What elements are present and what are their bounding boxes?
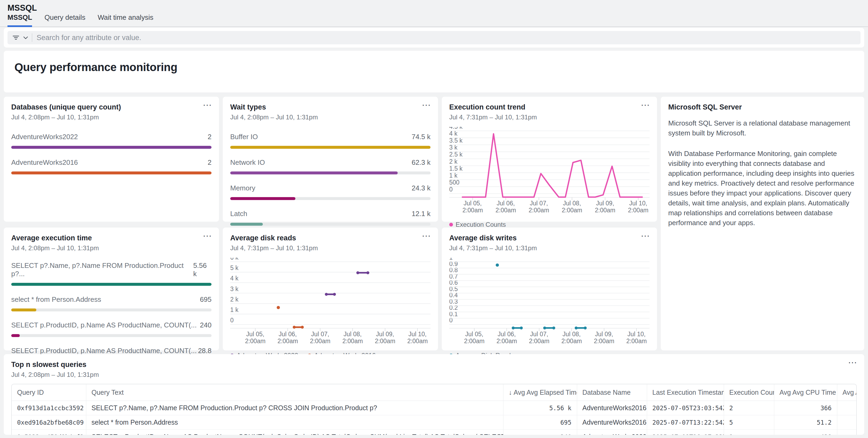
cell-avg-avg-cpu-time-ms: 366 [774,401,837,415]
bar-track [230,197,431,200]
ellipsis-menu-icon[interactable]: ⋯ [641,100,650,110]
cell-database-name: AdventureWorks2016 [577,415,647,430]
svg-text:0.2: 0.2 [449,304,458,311]
card-title: Databases (unique query count) [11,103,212,112]
bar-label: SELECT p?.Name, p?.Name FROM Production.… [11,261,193,278]
bar-label: SELECT p.ProductID, p.Name AS ProductNam… [11,347,197,355]
legend-item-execution-counts[interactable]: Execution Counts [449,221,506,228]
bar-fill [11,309,36,311]
table-row[interactable]: 0xed916a2bfbe68c09select * from Person.A… [12,415,857,430]
bar-fill [11,171,212,175]
svg-text:Jul 09,2:00am: Jul 09,2:00am [595,200,615,213]
svg-text:Jul 05,2:00am: Jul 05,2:00am [464,331,485,344]
bar-fill [11,146,212,149]
tab-wait-time-analysis[interactable]: Wait time analysis [98,13,154,27]
wait-types-card: Wait types Jul 4, 2:08pm – Jul 10, 1:31p… [223,97,438,222]
bar-row-memory: Memory24.3 k [230,184,431,200]
cell-execution-count: 1 [724,430,774,435]
svg-text:0.5: 0.5 [449,285,458,292]
ellipsis-menu-icon[interactable]: ⋯ [203,100,212,110]
bar-label-row: Latch12.1 k [230,210,431,218]
ellipsis-menu-icon[interactable]: ⋯ [422,100,431,110]
table-row[interactable]: 0x5133ce459d9b4af2SELECT p.ProductID, p.… [12,430,857,435]
cell-avg-avg-elapsed-time-ms: 5.56 k [503,401,577,415]
filter-lines-icon[interactable] [12,34,20,41]
cell-avg-avg-elapsed-time-ms: 240 [503,430,577,435]
card-title: Microsoft SQL Server [668,103,857,112]
svg-text:0.9: 0.9 [449,260,458,267]
bar-track [11,334,212,337]
bar-label: Memory [230,184,255,192]
bar-label: Latch [230,210,247,218]
chart-legend: Execution Counts [449,221,650,228]
svg-text:0.8: 0.8 [449,267,458,274]
svg-text:5 k: 5 k [230,264,239,271]
bar-list: Buffer IO74.5 kNetwork IO62.3 kMemory24.… [230,133,431,226]
bar-row-adventureworks2016: AdventureWorks20162 [11,158,212,175]
card-timerange: Jul 4, 2:08pm – Jul 10, 1:31pm [11,244,212,252]
search-input[interactable] [37,34,856,42]
bar-label: Buffer IO [230,133,258,141]
avg_disk_writes-svg: 00.10.20.30.40.50.60.70.80.91Jul 05,2:00… [449,258,650,344]
bar-row-select-p-productid-p-name-as-p: SELECT p.ProductID, p.Name AS ProductNam… [11,321,212,337]
bar-track [11,171,212,175]
cell-database-name: AdventureWorks2022 [577,430,647,435]
tab-mssql[interactable]: MSSQL [7,13,32,27]
column-header-execution-count[interactable]: Execution Count [724,384,774,401]
svg-text:Jul 08,2:00am: Jul 08,2:00am [562,200,582,213]
avg-disk-reads-card: Average disk reads Jul 4, 7:31pm – Jul 1… [223,227,438,350]
column-header-avg-avg-elapsed-time-ms[interactable]: ↓Avg Avg Elapsed Time MS [503,384,577,401]
card-timerange: Jul 4, 7:31pm – Jul 10, 1:31pm [449,244,650,252]
ellipsis-menu-icon[interactable]: ⋯ [422,231,431,240]
bar-value: 240 [200,321,212,329]
svg-text:0: 0 [230,317,234,324]
svg-text:Jul 08,2:00am: Jul 08,2:00am [561,331,582,344]
table-header-row: Query IDQuery Text↓Avg Avg Elapsed Time … [12,384,857,401]
svg-text:3 k: 3 k [449,144,458,151]
avg-execution-time-card: Average execution time Jul 4, 2:08pm – J… [4,227,219,350]
svg-text:Jul 10,2:00am: Jul 10,2:00am [628,200,648,213]
column-header-database-name[interactable]: Database Name [577,384,647,401]
column-header-query-id[interactable]: Query ID [12,384,86,401]
svg-text:2.5 k: 2.5 k [449,151,463,158]
card-timerange: Jul 4, 2:08pm – Jul 10, 1:31pm [11,114,212,121]
svg-text:1 k: 1 k [449,172,458,179]
svg-text:1.5 k: 1.5 k [449,165,463,172]
ellipsis-menu-icon[interactable]: ⋯ [203,231,212,240]
bar-label-row: Memory24.3 k [230,184,431,192]
table-row[interactable]: 0xf913d1a1ccbc3592SELECT p?.Name, p?.Nam… [12,401,857,415]
bar-track [230,146,431,149]
bar-label-row: AdventureWorks20222 [11,133,212,141]
bar-fill [11,283,212,286]
bar-list: AdventureWorks20222AdventureWorks20162 [11,133,212,175]
queries-table: Query IDQuery Text↓Avg Avg Elapsed Time … [12,384,857,435]
card-title: Average disk writes [449,234,650,242]
cell-avg-avg-cpu-time-ms: 438 [774,430,837,435]
bar-label: AdventureWorks2022 [11,133,78,141]
bar-track [230,171,431,175]
ellipsis-menu-icon[interactable]: ⋯ [641,231,650,240]
tab-query-details[interactable]: Query details [44,13,85,27]
svg-text:0.3: 0.3 [449,298,458,305]
svg-text:0: 0 [449,317,453,324]
legend-label: Execution Counts [456,221,506,228]
ellipsis-menu-icon[interactable]: ⋯ [848,358,857,367]
legend-dot-icon [449,223,453,226]
column-header-avg-avg[interactable]: Avg Avg [837,384,857,401]
bar-row-select-p-name-p-name-from-prod: SELECT p?.Name, p?.Name FROM Production.… [11,261,212,286]
card-timerange: Jul 4, 7:31pm – Jul 10, 1:31pm [230,244,431,252]
bar-row-select-from-person-address: select * from Person.Address695 [11,295,212,311]
column-header-last-execution-timestamp[interactable]: Last Execution Timestamp [647,384,724,401]
svg-text:0.4: 0.4 [449,292,458,299]
column-header-avg-avg-cpu-time-ms[interactable]: Avg Avg CPU Time MS [774,384,837,401]
svg-text:2 k: 2 k [449,158,458,165]
chevron-down-icon[interactable] [23,36,28,39]
bar-value: 62.3 k [411,158,431,167]
svg-text:3.5 k: 3.5 k [449,137,463,144]
column-header-query-text[interactable]: Query Text [86,384,503,401]
cell-avg-avg-elapsed-time-ms: 695 [503,415,577,430]
cell-database-name: AdventureWorks2016 [577,401,647,415]
search-divider [32,33,32,42]
card-timerange: Jul 4, 2:08pm – Jul 10, 1:31pm [230,114,431,121]
heading-card: Query performance monitoring [4,51,864,92]
